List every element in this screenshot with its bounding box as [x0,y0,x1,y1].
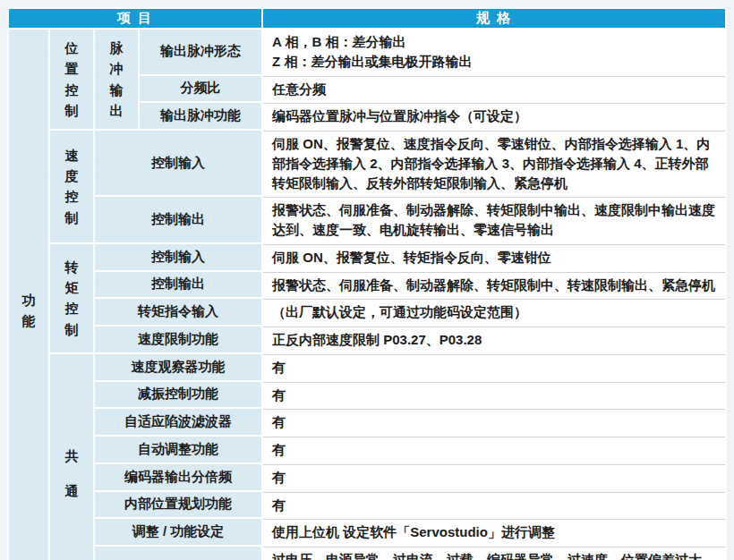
table-row: 减振控制功能 有 [9,382,725,408]
table-row: 编码器输出分倍频 有 [9,464,725,490]
row-label: 编码器输出分倍频 [95,464,261,490]
group-label-pulse-output: 脉冲输出 [109,38,124,121]
header-row: 项 目 规 格 [9,9,725,28]
row-spec: 编码器位置脉冲与位置脉冲指令（可设定） [263,103,725,129]
table-row: 转矩控制 控制输入 伺服 ON、报警复位、转矩指令反向、零速钳位 [9,244,725,270]
row-spec: 任意分频 [263,76,725,102]
row-label: 输出脉冲功能 [140,103,261,129]
table-row: 控制输出 报警状态、伺服准备、制动器解除、转矩限制中、转速限制输出、紧急停机 [9,272,725,298]
group-cell-position: 位置控制 [50,30,93,129]
table-row: 功能 位置控制 脉冲输出 输出脉冲形态 A 相，B 相：差分输出 Z 相：差分输… [9,30,725,74]
row-spec: 有 [263,382,725,408]
group-cell-pulse-output: 脉冲输出 [95,30,138,129]
row-label: 自适应陷波滤波器 [95,409,261,435]
table-row: 控制输出 报警状态、伺服准备、制动器解除、转矩限制中输出、速度限制中输出速度达到… [9,197,725,242]
row-spec: 伺服 ON、报警复位、转矩指令反向、零速钳位 [263,244,725,270]
header-spec: 规 格 [263,9,725,28]
table-row: 速度控制 控制输入 伺服 ON、报警复位、速度指令反向、零速钳位、内部指令选择输… [9,131,725,195]
table-row: 共通 速度观察器功能 有 [9,354,725,380]
row-label: 控制输出 [95,272,261,298]
group-label-common: 共通 [64,438,79,508]
row-spec: 伺服 ON、报警复位、速度指令反向、零速钳位、内部指令选择输入 1、内部指令选择… [263,131,725,195]
group-label-position: 位置控制 [64,38,79,121]
group-cell-common: 共通 [50,354,93,560]
group-cell-speed: 速度控制 [50,131,93,242]
row-spec: 有 [263,464,725,490]
row-label: 控制输入 [95,131,261,195]
table-row: 自适应陷波滤波器 有 [9,409,725,435]
row-label: 内部位置规划功能 [95,492,261,518]
row-spec: 有 [263,437,725,462]
row-label: 保护功能 [95,547,261,560]
row-label: 控制输出 [95,197,261,242]
row-label: 速度观察器功能 [95,354,261,380]
row-label: 分频比 [140,76,261,102]
row-label: 转矩指令输入 [95,299,261,325]
table-row: 速度限制功能 正反内部速度限制 P03.27、P03.28 [9,327,725,352]
spec-table: 项 目 规 格 功能 位置控制 脉冲输出 输出脉冲形态 A 相，B 相：差分输出… [7,7,727,560]
row-label: 控制输入 [95,244,261,270]
row-spec: 过电压、电源异常、过电流、过载、编码器异常、过速度、位置偏差过大、参数异常、其他 [263,547,725,560]
table-row: 自动调整功能 有 [9,437,725,462]
row-label: 输出脉冲形态 [140,30,261,74]
row-spec: 报警状态、伺服准备、制动器解除、转矩限制中输出、速度限制中输出速度达到、速度一致… [263,197,725,242]
row-spec: 有 [263,354,725,380]
table-row: 内部位置规划功能 有 [9,492,725,518]
header-item: 项 目 [9,9,261,28]
row-spec: 有 [263,409,725,435]
row-label: 调整 / 功能设定 [95,519,261,545]
group-label-torque: 转矩控制 [64,257,79,340]
group-label-function: 功能 [21,290,36,332]
row-label: 速度限制功能 [95,327,261,352]
group-cell-torque: 转矩控制 [50,244,93,352]
group-label-speed: 速度控制 [64,145,79,228]
table-row: 调整 / 功能设定 使用上位机 设定软件「Servostudio」进行调整 [9,519,725,545]
row-label: 减振控制功能 [95,382,261,408]
table-row: 保护功能 过电压、电源异常、过电流、过载、编码器异常、过速度、位置偏差过大、参数… [9,547,725,560]
row-spec: 正反内部速度限制 P03.27、P03.28 [263,327,725,352]
row-spec: A 相，B 相：差分输出 Z 相：差分输出或集电极开路输出 [263,30,725,74]
row-spec: 使用上位机 设定软件「Servostudio」进行调整 [263,519,725,545]
row-label: 自动调整功能 [95,437,261,462]
group-cell-function: 功能 [9,30,48,560]
row-spec: （出厂默认设定，可通过功能码设定范围） [263,299,725,325]
row-spec: 报警状态、伺服准备、制动器解除、转矩限制中、转速限制输出、紧急停机 [263,272,725,298]
page-frame: 项 目 规 格 功能 位置控制 脉冲输出 输出脉冲形态 A 相，B 相：差分输出… [0,0,734,560]
row-spec: 有 [263,492,725,518]
table-row: 转矩指令输入 （出厂默认设定，可通过功能码设定范围） [9,299,725,325]
